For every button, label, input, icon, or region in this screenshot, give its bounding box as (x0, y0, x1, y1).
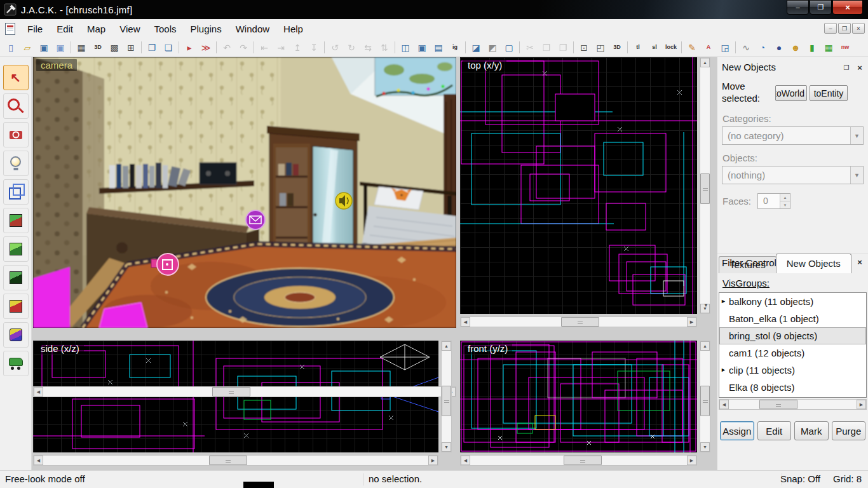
visgroup-baton-elka[interactable]: Baton_elka (1 object) (719, 310, 866, 327)
align-top-button[interactable]: ↥ (289, 39, 306, 55)
uv-lock-button[interactable]: lock (663, 39, 679, 55)
run-map-advanced-button[interactable]: ≫ (198, 39, 214, 55)
close-button[interactable]: × (832, 0, 863, 15)
scroll-thumb[interactable] (700, 386, 710, 416)
undo-button[interactable]: ↶ (219, 39, 235, 55)
paste-button[interactable]: ❒ (555, 39, 571, 55)
toggle-3d-grid-button[interactable]: 3D (90, 39, 106, 55)
avatar-button[interactable]: ☻ (787, 39, 804, 55)
visgroup-cam1[interactable]: cam1 (12 objects) (719, 344, 866, 362)
tab-new-objects[interactable]: New Objects (776, 254, 851, 273)
menu-window[interactable]: Window (229, 21, 276, 37)
cordon-button[interactable]: ⊡ (576, 39, 592, 55)
light-radius-button[interactable]: ● (771, 39, 787, 55)
menu-edit[interactable]: Edit (50, 21, 80, 37)
menu-plugins[interactable]: Plugins (184, 21, 229, 37)
cordon-tool[interactable] (3, 351, 29, 376)
spin-down-icon[interactable] (780, 201, 790, 208)
menu-file[interactable]: File (20, 21, 50, 37)
mdi-restore-button[interactable]: ❐ (838, 23, 851, 34)
apply-texture-button[interactable]: A (700, 39, 717, 55)
chevron-down-icon[interactable] (850, 166, 863, 184)
front-vscrollbar[interactable] (700, 341, 710, 452)
menu-view[interactable]: View (112, 21, 147, 37)
visgroup-balkony[interactable]: balkony (11 objects) (719, 293, 866, 310)
menu-help[interactable]: Help (276, 21, 310, 37)
displacement-tool[interactable] (3, 322, 29, 348)
sprite-lock-button[interactable]: sl (646, 39, 663, 55)
top-vscrollbar[interactable] (700, 57, 710, 314)
edit-button[interactable]: Edit (757, 421, 792, 440)
scroll-track[interactable] (43, 387, 446, 396)
side-hscrollbar[interactable] (33, 455, 438, 466)
ungroup-button[interactable]: ▤ (430, 39, 447, 55)
scroll-track[interactable] (700, 351, 710, 442)
select-touching-button[interactable]: ◰ (592, 39, 609, 55)
align-right-button[interactable]: ⇥ (273, 39, 289, 55)
top-viewport[interactable]: top (x/y) (460, 57, 697, 314)
document-icon[interactable] (5, 23, 15, 35)
dock-icon[interactable] (841, 62, 852, 73)
zoom-tool[interactable] (3, 93, 29, 119)
save-all-button[interactable]: ▣ (52, 39, 69, 55)
scroll-right-button[interactable] (687, 456, 696, 465)
smaller-grid-button[interactable]: ▩ (106, 39, 123, 55)
mark-button[interactable]: Mark (794, 421, 829, 440)
tile-windows-button[interactable]: ❏ (160, 39, 177, 55)
scroll-track[interactable] (470, 317, 687, 327)
scroll-thumb[interactable] (212, 387, 250, 396)
pointfile-button[interactable]: ∿ (738, 39, 754, 55)
scroll-track[interactable] (700, 67, 710, 304)
splitter-collapse-icon[interactable]: ▼ (703, 302, 709, 308)
to-world-button[interactable]: toWorld (775, 85, 807, 101)
visgroup-clip[interactable]: clip (11 objects) (719, 362, 866, 379)
close-icon[interactable] (854, 257, 865, 268)
category-select[interactable]: (no category) (722, 126, 864, 145)
select-3d-button[interactable]: 3D (609, 39, 625, 55)
scroll-thumb[interactable] (700, 173, 710, 204)
close-icon[interactable] (854, 62, 865, 73)
faces-stepper[interactable]: 0 (757, 193, 790, 209)
scroll-up-button[interactable] (442, 341, 451, 351)
cut-button[interactable]: ✂ (522, 39, 538, 55)
entity-tool[interactable] (3, 151, 29, 176)
side-vscrollbar[interactable] (441, 341, 452, 452)
scroll-left-button[interactable] (34, 456, 43, 465)
compass-button[interactable]: ◔ (754, 39, 771, 55)
copy-button[interactable]: ❐ (538, 39, 555, 55)
brush-tool[interactable] (3, 179, 29, 205)
clip-tool[interactable] (3, 265, 29, 290)
chevron-down-icon[interactable] (850, 127, 863, 144)
flip-horizontal-button[interactable]: ⇆ (360, 39, 376, 55)
scroll-down-button[interactable] (700, 442, 710, 452)
scroll-down-button[interactable] (442, 442, 451, 452)
cascade-windows-button[interactable]: ❐ (144, 39, 160, 55)
toggle-grid-button[interactable]: ▦ (73, 39, 90, 55)
mdi-minimize-button[interactable]: – (824, 23, 837, 34)
scroll-right-button[interactable] (428, 456, 438, 465)
front-hscrollbar[interactable] (460, 455, 697, 466)
open-file-button[interactable]: ▱ (19, 39, 36, 55)
scroll-thumb[interactable] (209, 456, 247, 465)
redo-button[interactable]: ↷ (235, 39, 252, 55)
scroll-up-button[interactable] (700, 58, 710, 67)
save-file-button[interactable]: ▣ (36, 39, 52, 55)
ignore-groups-button[interactable]: ig (447, 39, 463, 55)
scroll-thumb[interactable] (759, 400, 797, 409)
scroll-thumb[interactable] (564, 456, 602, 465)
menu-map[interactable]: Map (80, 21, 112, 37)
spin-up-icon[interactable] (780, 194, 790, 201)
model-render-button[interactable]: ▮ (804, 39, 820, 55)
path-edit-button[interactable]: ✎ (684, 39, 700, 55)
scroll-track[interactable] (43, 456, 428, 465)
flip-vertical-button[interactable]: ⇅ (376, 39, 393, 55)
texture-apply-tool[interactable] (3, 208, 29, 233)
vertex-tool[interactable] (3, 294, 29, 319)
top-hscrollbar[interactable] (460, 316, 697, 327)
maximize-button[interactable]: ❐ (810, 0, 832, 15)
camera-viewport[interactable]: > camera (33, 57, 456, 328)
run-map-button[interactable]: ▸ (181, 39, 198, 55)
visgroups-hscrollbar[interactable] (719, 399, 867, 410)
apply-decal-button[interactable]: ◲ (717, 39, 733, 55)
visgroup-bring-stol[interactable]: bring_stol (9 objects) (719, 327, 866, 344)
